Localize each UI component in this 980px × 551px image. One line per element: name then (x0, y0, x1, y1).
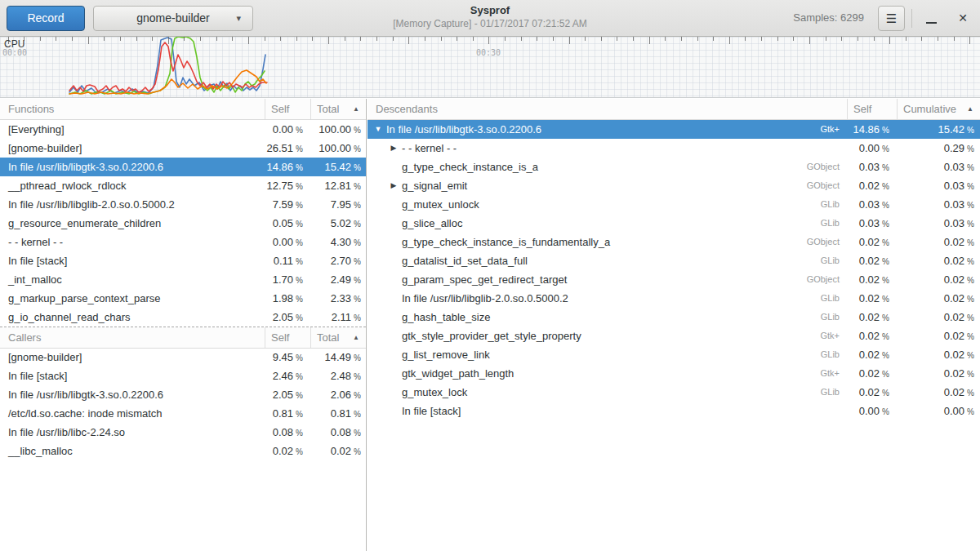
target-process-dropdown[interactable]: gnome-builder ▾ (93, 6, 253, 31)
tree-row[interactable]: g_param_spec_get_redirect_targetGObject0… (368, 270, 980, 289)
tree-row[interactable]: g_hash_table_sizeGLib0.02%0.02% (368, 308, 980, 327)
menu-button[interactable]: ☰ (878, 6, 905, 31)
function-name: g_list_remove_link (399, 345, 821, 364)
ruler-tick (40, 37, 41, 41)
function-name: In file /usr/lib/libglib-2.0.so.0.5000.2 (0, 195, 265, 214)
ruler-tick (601, 37, 602, 41)
cumulative-value: 0.03% (897, 195, 980, 215)
table-row[interactable]: In file /usr/lib/libgtk-3.so.0.2200.62.0… (0, 385, 366, 404)
percent-sign: % (296, 238, 303, 247)
tree-row[interactable]: In file [stack]0.00%0.00% (368, 402, 980, 420)
tree-row[interactable]: In file /usr/lib/libglib-2.0.so.0.5000.2… (368, 289, 980, 308)
function-name: g_signal_emit (399, 176, 807, 195)
percent-sign: % (882, 276, 889, 285)
table-row[interactable]: _int_malloc1.70%2.49% (0, 270, 366, 289)
table-row[interactable]: [gnome-builder]26.51%100.00% (0, 139, 366, 158)
ruler-tick (889, 37, 890, 44)
cumulative-value: 0.02% (897, 327, 980, 346)
cumulative-value: 0.02% (897, 383, 980, 402)
tree-row[interactable]: g_type_check_instance_is_fundamentally_a… (368, 233, 980, 251)
table-row[interactable]: __libc_malloc0.02%0.02% (0, 442, 366, 460)
table-row[interactable]: In file /usr/lib/libc-2.24.so0.08%0.08% (0, 423, 366, 442)
timeline-ruler (0, 37, 980, 45)
vertical-splitter[interactable] (366, 99, 367, 551)
close-button[interactable]: ✕ (954, 9, 972, 27)
functions-total-column-header[interactable]: Total ▲ (310, 99, 366, 119)
table-row[interactable]: __pthread_rwlock_rdlock12.75%12.81% (0, 176, 366, 195)
descendants-self-column-header[interactable]: Self (847, 99, 897, 119)
table-row[interactable]: In file /usr/lib/libglib-2.0.so.0.5000.2… (0, 195, 366, 214)
tree-row[interactable]: ▶- - kernel - -0.00%0.29% (368, 139, 980, 158)
tree-row[interactable]: g_list_remove_linkGLib0.02%0.02% (368, 345, 980, 364)
total-value: 14.49% (310, 348, 366, 367)
tree-row[interactable]: g_slice_allocGLib0.03%0.03% (368, 214, 980, 233)
library-badge: Gtk+ (820, 364, 847, 383)
percent-sign: % (882, 313, 889, 322)
table-row[interactable]: In file [stack]2.46%2.48% (0, 367, 366, 385)
cumulative-value: 0.02% (897, 270, 980, 290)
tree-row[interactable]: g_datalist_id_set_data_fullGLib0.02%0.02… (368, 251, 980, 270)
cumulative-value: 0.29% (897, 139, 980, 158)
ruler-tick (120, 37, 121, 41)
ruler-tick (826, 37, 826, 41)
expander-closed-icon[interactable]: ▶ (388, 139, 399, 158)
percent-sign: % (967, 370, 974, 379)
percent-sign: % (967, 144, 974, 153)
function-name: __libc_malloc (0, 442, 265, 460)
self-value: 0.02% (847, 251, 897, 271)
tree-row[interactable]: g_mutex_unlockGLib0.03%0.03% (368, 195, 980, 214)
tree-row[interactable]: gtk_style_provider_get_style_propertyGtk… (368, 327, 980, 345)
ruler-tick (969, 37, 970, 44)
percent-sign: % (882, 163, 889, 172)
function-name: In file /usr/lib/libgtk-3.so.0.2200.6 (384, 120, 820, 139)
expander-open-icon[interactable]: ▼ (372, 120, 384, 139)
total-value: 2.06% (310, 385, 366, 404)
callers-self-column-header[interactable]: Self (265, 327, 310, 348)
expander-closed-icon[interactable]: ▶ (388, 176, 399, 195)
cpu-graph[interactable]: CPU 00:00 00:30 (0, 37, 980, 98)
descendants-cumulative-column-header[interactable]: Cumulative ▲ (897, 99, 980, 119)
table-row[interactable]: In file /usr/lib/libgtk-3.so.0.2200.614.… (0, 158, 366, 176)
cumulative-value: 0.02% (897, 233, 980, 252)
table-row[interactable]: - - kernel - -0.00%4.30% (0, 233, 366, 251)
tree-row[interactable]: gtk_widget_path_lengthGtk+0.02%0.02% (368, 364, 980, 383)
self-value: 1.98% (265, 289, 310, 308)
functions-self-column-header[interactable]: Self (265, 99, 310, 119)
tree-row[interactable]: g_type_check_instance_is_aGObject0.03%0.… (368, 158, 980, 176)
callers-column-header[interactable]: Callers (0, 327, 265, 348)
minimize-button[interactable] (923, 10, 941, 28)
total-value: 2.49% (310, 270, 366, 289)
function-name: g_type_check_instance_is_fundamentally_a (399, 233, 807, 251)
total-value: 2.11% (310, 308, 366, 327)
functions-column-header[interactable]: Functions (0, 99, 265, 119)
ruler-tick (425, 37, 425, 41)
ruler-tick (136, 37, 137, 41)
percent-sign: % (882, 370, 889, 379)
table-row[interactable]: g_markup_parse_context_parse1.98%2.33% (0, 289, 366, 308)
callers-total-column-header[interactable]: Total ▲ (310, 327, 366, 348)
table-row[interactable]: In file [stack]0.11%2.70% (0, 251, 366, 270)
tree-row[interactable]: ▶g_signal_emitGObject0.02%0.03% (368, 176, 980, 195)
percent-sign: % (967, 313, 974, 322)
descendants-column-header[interactable]: Descendants (368, 99, 847, 119)
ruler-tick (954, 37, 955, 41)
ruler-tick (345, 37, 345, 41)
total-value: 100.00% (310, 120, 366, 139)
percent-sign: % (882, 144, 889, 153)
record-button[interactable]: Record (7, 6, 85, 31)
function-name: In file [stack] (0, 251, 265, 270)
ruler-tick (280, 37, 281, 41)
percent-sign: % (967, 407, 974, 416)
callers-table-header: Callers Self Total ▲ (0, 327, 366, 349)
table-row[interactable]: /etc/ld.so.cache: inode mismatch0.81%0.8… (0, 404, 366, 423)
descendants-table: ▼In file /usr/lib/libgtk-3.so.0.2200.6Gt… (368, 120, 980, 420)
self-value: 0.02% (847, 176, 897, 196)
table-row[interactable]: [gnome-builder]9.45%14.49% (0, 348, 366, 367)
self-value: 0.03% (847, 214, 897, 233)
profile-panels: Functions Self Total ▲ [Everything]0.00%… (0, 99, 980, 551)
tree-row[interactable]: g_mutex_lockGLib0.02%0.02% (368, 383, 980, 402)
table-row[interactable]: g_io_channel_read_chars2.05%2.11% (0, 308, 366, 327)
tree-row[interactable]: ▼In file /usr/lib/libgtk-3.so.0.2200.6Gt… (368, 120, 980, 139)
table-row[interactable]: [Everything]0.00%100.00% (0, 120, 366, 139)
table-row[interactable]: g_resource_enumerate_children0.05%5.02% (0, 214, 366, 233)
